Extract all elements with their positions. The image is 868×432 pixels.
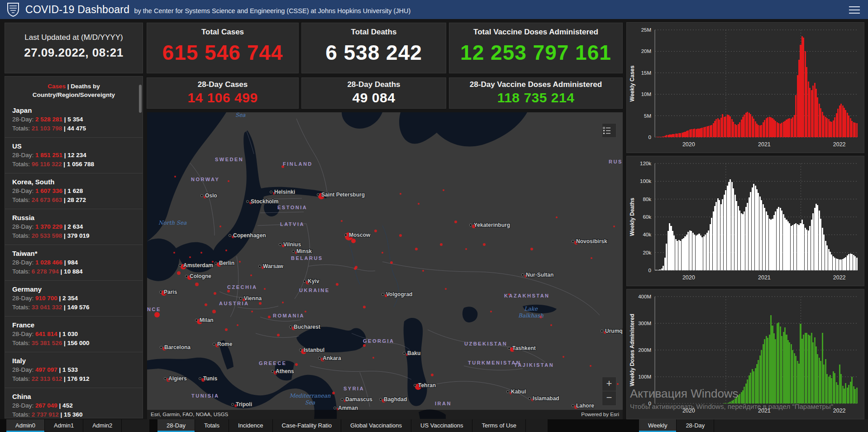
- case-dot[interactable]: [563, 356, 564, 358]
- case-dot[interactable]: [295, 363, 298, 366]
- city-dot: [317, 193, 319, 196]
- tab-incidence[interactable]: Incidence: [229, 419, 273, 432]
- case-dot[interactable]: [239, 261, 241, 263]
- case-dot[interactable]: [205, 303, 207, 306]
- country-row[interactable]: Korea, South28-Day: 1 607 336 | 1 628Tot…: [5, 173, 143, 209]
- case-dot[interactable]: [454, 221, 457, 223]
- case-dot[interactable]: [282, 302, 284, 303]
- city-label: Helsinki: [274, 189, 295, 195]
- case-dot[interactable]: [550, 324, 552, 326]
- country-row[interactable]: France28-Day: 641 814 | 1 030Totals: 35 …: [5, 316, 143, 352]
- country-label: TUNISIA: [191, 393, 219, 398]
- case-dot[interactable]: [251, 311, 253, 312]
- tab-28-day[interactable]: 28-Day: [157, 419, 195, 432]
- case-dot[interactable]: [228, 180, 229, 182]
- case-dot[interactable]: [443, 189, 444, 191]
- country-name: China: [12, 392, 143, 401]
- case-dot[interactable]: [422, 270, 424, 272]
- country-row[interactable]: Italy28-Day: 497 097 | 1 533Totals: 22 3…: [5, 352, 143, 388]
- city-label: Oslo: [205, 192, 217, 199]
- case-dot[interactable]: [556, 216, 558, 218]
- case-dot[interactable]: [613, 226, 615, 227]
- case-dot[interactable]: [174, 176, 176, 178]
- case-dot[interactable]: [483, 243, 486, 246]
- case-dot[interactable]: [617, 383, 619, 385]
- case-dot[interactable]: [363, 344, 366, 347]
- case-dot[interactable]: [374, 230, 377, 232]
- tab-admin0[interactable]: Admin0: [6, 419, 45, 432]
- country-row[interactable]: Russia28-Day: 1 370 229 | 2 634Totals: 2…: [5, 209, 143, 245]
- attribution-sources: Esri, Garmin, FAO, NOAA, USGS: [151, 410, 228, 419]
- case-dot[interactable]: [173, 252, 175, 254]
- case-dot[interactable]: [259, 302, 262, 305]
- case-dot[interactable]: [399, 234, 402, 237]
- case-dot[interactable]: [177, 271, 181, 275]
- case-dot[interactable]: [154, 312, 160, 317]
- case-dot[interactable]: [195, 283, 199, 286]
- case-dot[interactable]: [382, 252, 383, 254]
- tab-global-vaccinations[interactable]: Global Vaccinations: [341, 419, 411, 432]
- case-dot[interactable]: [390, 261, 393, 264]
- case-dot[interactable]: [418, 203, 420, 205]
- case-dot[interactable]: [590, 365, 591, 367]
- case-dot[interactable]: [200, 252, 202, 254]
- tab-admin1[interactable]: Admin1: [45, 419, 83, 432]
- country-name: Taiwan*: [12, 249, 143, 258]
- tab-weekly[interactable]: Weekly: [639, 419, 677, 432]
- country-label: CZECHIA: [227, 284, 257, 290]
- case-dot[interactable]: [264, 288, 266, 290]
- tab-us-vaccinations[interactable]: US Vaccinations: [411, 419, 472, 432]
- zoom-in-button[interactable]: +: [602, 377, 616, 391]
- country-row[interactable]: Germany28-Day: 910 700 | 2 354Totals: 33…: [5, 280, 143, 316]
- country-row[interactable]: China28-Day: 267 049 | 452Totals: 2 737 …: [5, 388, 143, 418]
- powered-by-esri[interactable]: Powered by Esri: [581, 410, 619, 419]
- case-dot[interactable]: [227, 290, 230, 293]
- case-dot[interactable]: [431, 374, 434, 376]
- case-dot[interactable]: [250, 274, 252, 276]
- case-dot[interactable]: [332, 392, 335, 394]
- case-dot[interactable]: [351, 239, 356, 243]
- country-row[interactable]: Taiwan*28-Day: 1 028 466 | 984Totals: 6 …: [5, 245, 143, 280]
- case-dot[interactable]: [214, 292, 216, 295]
- case-dot[interactable]: [530, 248, 533, 250]
- case-dot[interactable]: [465, 248, 467, 250]
- case-dot[interactable]: [268, 316, 271, 318]
- country-row[interactable]: Japan28-Day: 2 528 281 | 5 354Totals: 21…: [5, 102, 143, 137]
- case-dot[interactable]: [237, 324, 238, 326]
- tab-case-fatality-ratio[interactable]: Case-Fatality Ratio: [273, 419, 342, 432]
- case-dot[interactable]: [225, 328, 228, 331]
- city-dot: [215, 262, 217, 264]
- case-dot[interactable]: [355, 266, 358, 269]
- case-dot[interactable]: [363, 306, 366, 308]
- case-dot[interactable]: [400, 193, 401, 195]
- case-dot[interactable]: [212, 310, 216, 313]
- tab-28-day[interactable]: 28-Day: [677, 419, 714, 432]
- city-dot: [299, 349, 301, 351]
- sea-label: Sea: [305, 399, 315, 406]
- case-dot[interactable]: [415, 248, 418, 250]
- scrollbar-thumb[interactable]: [139, 85, 142, 113]
- country-name: US: [12, 142, 143, 151]
- case-dot[interactable]: [277, 334, 280, 336]
- hamburger-menu-icon[interactable]: [848, 4, 861, 15]
- case-dot[interactable]: [341, 220, 343, 222]
- sea-label: Mediterranean: [289, 393, 330, 399]
- legend-button[interactable]: [602, 123, 616, 138]
- country-row[interactable]: US28-Day: 1 851 251 | 12 234Totals: 96 1…: [5, 137, 143, 173]
- case-dot[interactable]: [445, 288, 447, 290]
- world-map[interactable]: SWEDENFINLANDNORWAYESTONIALATVIABELARUSU…: [147, 112, 623, 419]
- case-dot[interactable]: [336, 283, 339, 286]
- zoom-out-button[interactable]: −: [602, 391, 616, 406]
- case-dot[interactable]: [440, 243, 443, 246]
- case-dot[interactable]: [225, 250, 227, 251]
- case-dot[interactable]: [219, 226, 221, 227]
- tab-admin2[interactable]: Admin2: [83, 419, 122, 432]
- case-dot[interactable]: [305, 311, 306, 312]
- tab-terms-of-use[interactable]: Terms of Use: [472, 419, 526, 432]
- case-dot[interactable]: [189, 256, 191, 258]
- case-dot[interactable]: [591, 257, 592, 259]
- case-dot[interactable]: [490, 311, 492, 312]
- case-dot[interactable]: [372, 357, 374, 359]
- country-list-scrollbar[interactable]: [139, 81, 142, 414]
- tab-totals[interactable]: Totals: [195, 419, 229, 432]
